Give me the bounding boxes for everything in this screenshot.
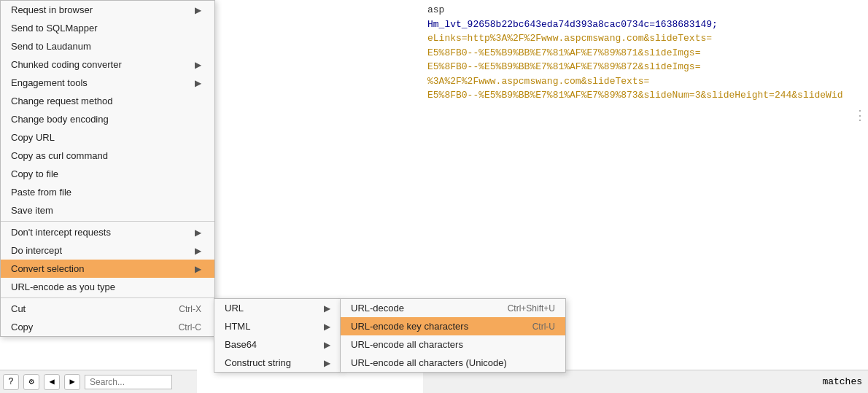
resize-handle[interactable]: ⋮	[853, 109, 865, 122]
menu-item-cut[interactable]: Cut Ctrl-X	[1, 300, 214, 318]
search-input[interactable]	[85, 375, 172, 389]
line-elinks: eLinks=http%3A%2F%2Fwww.aspcmswang.com&s…	[427, 31, 864, 46]
menu-item-copy-to-file[interactable]: Copy to file	[1, 165, 214, 183]
menu-item-dont-intercept-requests[interactable]: Don't intercept requests ▶	[1, 223, 214, 241]
arrow-icon: ▶	[195, 5, 201, 15]
arrow-icon: ▶	[195, 264, 201, 274]
menu-item-copy[interactable]: Copy Ctrl-C	[1, 318, 214, 336]
submenu2-item-url-encode-key[interactable]: URL-encode key characters Ctrl-U	[341, 317, 565, 335]
menu-item-send-to-sqlmapper[interactable]: Send to SQLMapper	[1, 19, 214, 37]
separator-1	[1, 221, 214, 222]
arrow-icon: ▶	[195, 227, 201, 238]
arrow-icon: ▶	[324, 340, 330, 350]
submenu-item-html[interactable]: HTML ▶	[214, 317, 341, 335]
arrow-icon: ▶	[195, 246, 201, 256]
submenu-item-url[interactable]: URL ▶	[214, 299, 341, 317]
menu-item-change-request-method[interactable]: Change request method	[1, 92, 214, 110]
context-menu: Request in browser ▶ Send to SQLMapper S…	[0, 0, 215, 337]
menu-item-engagement-tools[interactable]: Engagement tools ▶	[1, 74, 214, 92]
arrow-icon: ▶	[324, 358, 330, 368]
submenu2-item-url-decode[interactable]: URL-decode Ctrl+Shift+U	[341, 299, 565, 317]
submenu-item-construct-string[interactable]: Construct string ▶	[214, 354, 341, 372]
line-slide-r3: %3A%2F%2Fwww.aspcmswang.com&slideTexts=	[427, 74, 864, 89]
arrow-icon: ▶	[324, 303, 330, 314]
arrow-icon: ▶	[324, 322, 330, 332]
arrow-icon: ▶	[195, 78, 201, 88]
menu-item-do-intercept[interactable]: Do intercept ▶	[1, 241, 214, 260]
line-slide-r2: E5%8FB0--%E5%B9%BB%E7%81%AF%E7%89%872&sl…	[427, 60, 864, 74]
line-slide-r1: E5%8FB0--%E5%B9%BB%E7%81%AF%E7%89%871&sl…	[427, 46, 864, 61]
submenu2-item-url-encode-all[interactable]: URL-encode all characters	[341, 335, 565, 354]
menu-item-url-encode-as-you-type[interactable]: URL-encode as you type	[1, 278, 214, 296]
line-slide-r4: E5%8FB0--%E5%B9%BB%E7%81%AF%E7%89%873&sl…	[427, 88, 864, 103]
submenu-item-base64[interactable]: Base64 ▶	[214, 335, 341, 354]
submenu2-item-url-encode-all-unicode[interactable]: URL-encode all characters (Unicode)	[341, 354, 565, 372]
menu-item-save-item[interactable]: Save item	[1, 201, 214, 219]
settings-button[interactable]: ⚙	[23, 374, 39, 390]
matches-text: matches	[822, 376, 862, 387]
menu-item-send-to-laudanum[interactable]: Send to Laudanum	[1, 37, 214, 55]
line-asp: asp	[427, 3, 864, 17]
menu-item-convert-selection[interactable]: Convert selection ▶	[1, 260, 214, 278]
menu-item-chunked-coding-converter[interactable]: Chunked coding converter ▶	[1, 55, 214, 74]
convert-selection-submenu: URL ▶ HTML ▶ Base64 ▶ Construct string ▶	[214, 298, 341, 373]
back-button[interactable]: ◀	[44, 374, 60, 390]
menu-item-change-body-encoding[interactable]: Change body encoding	[1, 110, 214, 128]
menu-item-request-in-browser[interactable]: Request in browser ▶	[1, 1, 214, 19]
forward-button[interactable]: ▶	[64, 374, 80, 390]
url-submenu: URL-decode Ctrl+Shift+U URL-encode key c…	[340, 298, 566, 373]
menu-item-paste-from-file[interactable]: Paste from file	[1, 183, 214, 201]
menu-item-copy-as-curl-command[interactable]: Copy as curl command	[1, 147, 214, 165]
arrow-icon: ▶	[195, 60, 201, 70]
separator-2	[1, 297, 214, 298]
bottom-bar-left: ? ⚙ ◀ ▶	[0, 370, 197, 393]
bottom-bar-right: matches	[423, 370, 868, 393]
line-hm-right: Hm_lvt_92658b22bc643eda74d393a8cac0734c=…	[427, 17, 864, 32]
menu-item-copy-url[interactable]: Copy URL	[1, 128, 214, 147]
help-button[interactable]: ?	[3, 374, 19, 390]
